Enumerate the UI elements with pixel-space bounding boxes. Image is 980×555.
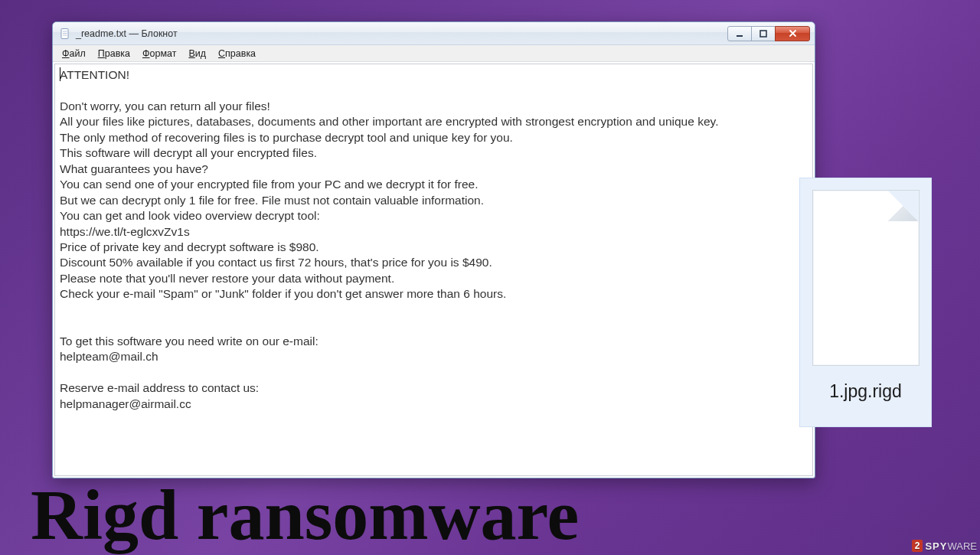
menu-format[interactable]: Формат	[136, 45, 182, 61]
encrypted-file-panel: 1.jpg.rigd	[799, 178, 932, 427]
maximize-button[interactable]	[751, 26, 776, 41]
site-watermark: 2 SPYWARE	[912, 540, 977, 552]
svg-rect-4	[737, 35, 743, 37]
svg-rect-5	[760, 31, 766, 37]
window-controls	[728, 26, 810, 41]
window-titlebar[interactable]: _readme.txt — Блокнот	[53, 22, 815, 45]
menu-view[interactable]: Вид	[182, 45, 212, 61]
menu-file[interactable]: Файл	[56, 45, 92, 61]
watermark-badge: 2	[912, 540, 923, 552]
watermark-brand: SPY	[925, 540, 947, 552]
blank-file-icon[interactable]	[812, 190, 920, 366]
headline-text: Rigd ransomware	[31, 478, 579, 550]
watermark-suffix: WARE	[947, 540, 977, 552]
menu-bar: Файл Правка Формат Вид Справка	[53, 45, 815, 62]
window-title: _readme.txt — Блокнот	[76, 28, 178, 39]
menu-edit[interactable]: Правка	[92, 45, 136, 61]
close-button[interactable]	[775, 26, 810, 41]
menu-help[interactable]: Справка	[212, 45, 262, 61]
encrypted-file-name[interactable]: 1.jpg.rigd	[829, 381, 902, 402]
notepad-document-icon	[59, 28, 71, 40]
minimize-button[interactable]	[727, 26, 752, 41]
notepad-window: _readme.txt — Блокнот Файл Правка Формат…	[52, 21, 815, 478]
notepad-text-area[interactable]: ATTENTION! Don't worry, you can return a…	[54, 64, 813, 476]
